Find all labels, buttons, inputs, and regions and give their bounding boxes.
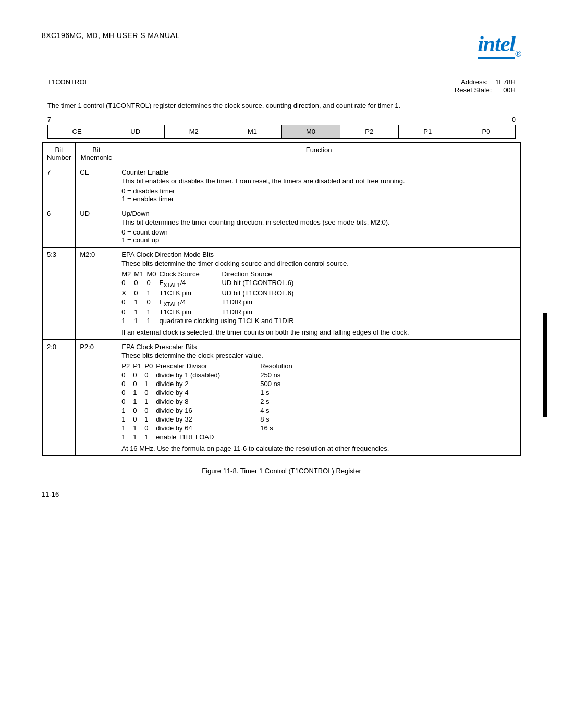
page-number: 11-16: [42, 490, 521, 498]
ph-divisor: Prescaler Divisor: [156, 362, 260, 371]
bit-cell-p2: P2: [340, 125, 399, 138]
bit-cell-ud: UD: [106, 125, 165, 138]
p-note: At 16 MHz. Use the formula on page 11-6 …: [121, 445, 516, 452]
m-desc: These bits determine the timer clocking …: [121, 260, 516, 267]
ce-item-0: 0 = disables timer: [121, 187, 516, 195]
row-ce-function: Counter Enable This bit enables or disab…: [117, 165, 521, 206]
intel-logo-text: intel: [478, 31, 515, 59]
bit-cell-m1: M1: [223, 125, 282, 138]
bit-field-container: 7 0 CE UD M2 M1 M0 P2 P1 P0: [42, 114, 521, 142]
ce-desc: This bit enables or disables the timer. …: [121, 177, 516, 185]
inner-row: X 0 1 T1CLK pin UD bit (T1CONTROL.6): [121, 289, 297, 298]
ph-p2: P2: [121, 362, 133, 371]
table-row: 2:0 P2:0 EPA Clock Prescaler Bits These …: [43, 340, 521, 456]
page: 8XC196MC, MD, MH USER S MANUAL intel® T1…: [0, 0, 563, 728]
ih-m2: M2: [121, 269, 134, 278]
intel-logo: intel®: [478, 31, 521, 59]
inner-row: 0 0 1 divide by 2 500 ns: [121, 379, 295, 388]
inner-header-row: P2 P1 P0 Prescaler Divisor Resolution: [121, 362, 295, 371]
inner-row: 1 1 1 enable T1RELOAD: [121, 433, 295, 441]
row-ud-function: Up/Down This bit determines the timer co…: [117, 206, 521, 248]
row-ce-mnemonic: CE: [76, 165, 117, 206]
table-header-row: BitNumber BitMnemonic Function: [43, 143, 521, 165]
reset-label: Reset State:: [455, 86, 492, 94]
row-p-function: EPA Clock Prescaler Bits These bits dete…: [117, 340, 521, 456]
table-row: 6 UD Up/Down This bit determines the tim…: [43, 206, 521, 248]
bit-high: 7: [47, 116, 51, 124]
row-ud-mnemonic: UD: [76, 206, 117, 248]
ud-desc: This bit determines the timer counting d…: [121, 218, 516, 226]
ce-item-1: 1 = enables timer: [121, 195, 516, 203]
th-function: Function: [117, 143, 521, 165]
bit-low: 0: [512, 116, 516, 124]
page-header: 8XC196MC, MD, MH USER S MANUAL intel®: [42, 31, 521, 59]
inner-row: 1 1 1 quadrature clocking using T1CLK an…: [121, 316, 297, 325]
bit-cell-p1: P1: [399, 125, 457, 138]
m-title: EPA Clock Direction Mode Bits: [121, 251, 516, 258]
document-title: 8XC196MC, MD, MH USER S MANUAL: [42, 31, 180, 40]
ph-p1: P1: [133, 362, 144, 371]
inner-row: 0 1 1 divide by 8 2 s: [121, 397, 295, 406]
bit-cell-ce: CE: [48, 125, 106, 138]
bit-cell-m2: M2: [165, 125, 223, 138]
inner-row: 0 1 0 FXTAL1/4 T1DIR pin: [121, 298, 297, 308]
row-m-number: 5:3: [43, 248, 76, 340]
row-p-number: 2:0: [43, 340, 76, 456]
th-bit-mnemonic: BitMnemonic: [76, 143, 117, 165]
inner-row: 0 0 0 FXTAL1/4 UD bit (T1CONTROL.6): [121, 278, 297, 289]
ih-m1: M1: [134, 269, 146, 278]
address-label: Address:: [461, 78, 487, 86]
inner-row: 0 0 0 divide by 1 (disabled) 250 ns: [121, 371, 295, 379]
row-m-mnemonic: M2:0: [76, 248, 117, 340]
inner-header-row: M2 M1 M0 Clock Source Direction Source: [121, 269, 297, 278]
register-address: Address: 1F78H Reset State: 00H: [455, 78, 516, 94]
ce-title: Counter Enable: [121, 168, 516, 176]
p-inner-table: P2 P1 P0 Prescaler Divisor Resolution 0 …: [121, 362, 295, 441]
ud-title: Up/Down: [121, 209, 516, 217]
register-name: T1CONTROL: [47, 78, 89, 94]
bit-cells-row: CE UD M2 M1 M0 P2 P1 P0: [47, 125, 516, 139]
ih-dirsrc: Direction Source: [222, 269, 297, 278]
inner-row: 0 1 0 divide by 4 1 s: [121, 388, 295, 397]
row-ud-number: 6: [43, 206, 76, 248]
inner-row: 1 0 1 divide by 32 8 s: [121, 415, 295, 424]
inner-row: 1 0 0 divide by 16 4 s: [121, 406, 295, 415]
inner-row: 1 1 0 divide by 64 16 s: [121, 424, 295, 433]
register-box: T1CONTROL Address: 1F78H Reset State: 00…: [42, 75, 521, 456]
m-inner-table: M2 M1 M0 Clock Source Direction Source 0…: [121, 269, 297, 325]
row-p-mnemonic: P2:0: [76, 340, 117, 456]
table-row: 7 CE Counter Enable This bit enables or …: [43, 165, 521, 206]
figure-caption: Figure 11-8. Timer 1 Control (T1CONTROL)…: [42, 467, 521, 475]
register-description: The timer 1 control (T1CONTROL) register…: [42, 97, 521, 114]
p-title: EPA Clock Prescaler Bits: [121, 343, 516, 351]
ph-p0: P0: [144, 362, 156, 371]
row-m-function: EPA Clock Direction Mode Bits These bits…: [117, 248, 521, 340]
ih-clksrc: Clock Source: [159, 269, 222, 278]
address-value: 1F78H: [495, 78, 516, 86]
reset-value: 00H: [503, 86, 516, 94]
detail-table: BitNumber BitMnemonic Function 7 CE Coun…: [42, 142, 521, 456]
ud-item-0: 0 = count down: [121, 228, 516, 236]
inner-row: 0 1 1 T1CLK pin T1DIR pin: [121, 307, 297, 316]
p-desc: These bits determine the clock prescaler…: [121, 352, 516, 360]
bit-numbers: 7 0: [47, 116, 516, 125]
bit-cell-m0: M0: [282, 125, 340, 138]
ud-item-1: 1 = count up: [121, 236, 516, 244]
register-header: T1CONTROL Address: 1F78H Reset State: 00…: [42, 75, 521, 97]
row-ce-number: 7: [43, 165, 76, 206]
bit-cell-p0: P0: [457, 125, 515, 138]
th-bit-number: BitNumber: [43, 143, 76, 165]
m-note: If an external clock is selected, the ti…: [121, 328, 516, 336]
table-row: 5:3 M2:0 EPA Clock Direction Mode Bits T…: [43, 248, 521, 340]
ih-m0: M0: [146, 269, 159, 278]
intel-registered: ®: [515, 50, 521, 59]
ph-resolution: Resolution: [260, 362, 295, 371]
margin-bar: [543, 313, 547, 417]
